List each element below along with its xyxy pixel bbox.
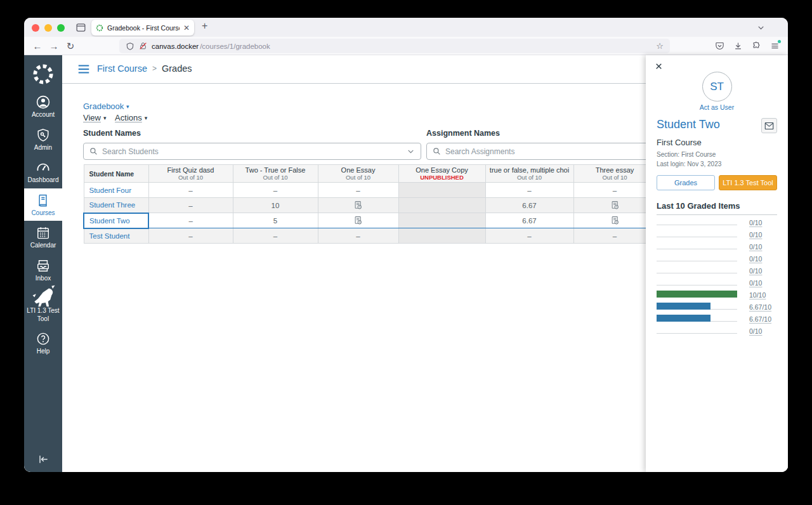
tab-list-chevron-icon[interactable] bbox=[757, 23, 765, 34]
back-button[interactable]: ← bbox=[30, 39, 44, 53]
grade-cell[interactable]: – bbox=[148, 228, 233, 244]
grade-cell[interactable]: – bbox=[233, 228, 318, 244]
view-menu-button[interactable]: View bbox=[83, 113, 101, 122]
window-controls[interactable] bbox=[32, 24, 65, 32]
needs-grading-icon bbox=[610, 216, 620, 225]
bookmark-star-icon[interactable]: ☆ bbox=[656, 41, 664, 51]
student-search-input[interactable] bbox=[102, 147, 402, 156]
grade-cell[interactable]: – bbox=[485, 183, 573, 198]
forward-button[interactable]: → bbox=[47, 39, 61, 53]
chevron-down-icon[interactable] bbox=[407, 147, 415, 155]
column-header-assignment[interactable]: Two - True or FalseOut of 10 bbox=[233, 165, 318, 183]
grade-cell[interactable] bbox=[318, 213, 398, 228]
student-name-link[interactable]: Student Three bbox=[89, 201, 136, 209]
column-header-assignment[interactable]: One EssayOut of 10 bbox=[318, 165, 398, 183]
grade-cell[interactable]: – bbox=[573, 228, 656, 244]
grade-cell[interactable] bbox=[573, 213, 656, 228]
grade-score-link[interactable]: 0/10 bbox=[749, 267, 762, 275]
table-row: Student Four––––– bbox=[84, 183, 656, 198]
column-header-student-name[interactable]: Student Name bbox=[84, 165, 148, 183]
column-header-assignment[interactable]: First Quiz dasdOut of 10 bbox=[148, 165, 233, 183]
gradebook-menu-button[interactable]: Gradebook ▾ bbox=[83, 102, 147, 111]
collapse-nav-icon[interactable] bbox=[24, 453, 62, 466]
graded-item: 0/10 bbox=[657, 251, 777, 263]
grade-score-link[interactable]: 6.67/10 bbox=[749, 303, 771, 311]
grade-cell[interactable] bbox=[398, 183, 485, 198]
message-student-button[interactable] bbox=[761, 118, 777, 133]
grade-cell[interactable]: 5 bbox=[233, 213, 318, 228]
reload-button[interactable]: ↻ bbox=[63, 39, 77, 53]
grade-bar bbox=[657, 291, 737, 298]
grade-cell[interactable] bbox=[398, 228, 485, 244]
grade-score-link[interactable]: 0/10 bbox=[749, 219, 762, 226]
new-tab-button[interactable]: + bbox=[202, 20, 207, 32]
grade-score-link[interactable]: 0/10 bbox=[749, 327, 762, 335]
canvas-logo-icon[interactable] bbox=[30, 61, 56, 88]
sidebar-item-admin[interactable]: Admin bbox=[24, 123, 62, 156]
shield-icon[interactable] bbox=[126, 42, 134, 51]
breadcrumb-course-link[interactable]: First Course bbox=[97, 63, 147, 74]
browser-tab[interactable]: Gradebook - First Course ✕ bbox=[91, 20, 194, 36]
student-name-cell: Student Four bbox=[84, 183, 148, 198]
assignment-search-input[interactable] bbox=[445, 147, 660, 156]
sidebar-item-account[interactable]: Account bbox=[24, 90, 62, 123]
assignment-names-label: Assignment Names bbox=[426, 129, 500, 138]
url-bar[interactable]: canvas.docker/courses/1/gradebook ☆ bbox=[119, 39, 670, 53]
grade-cell[interactable]: – bbox=[318, 183, 398, 198]
column-header-assignment[interactable]: Three essayOut of 10 bbox=[573, 165, 656, 183]
sidebar-item-inbox[interactable]: Inbox bbox=[24, 254, 62, 287]
insecure-lock-icon[interactable] bbox=[139, 42, 147, 50]
grade-cell[interactable]: – bbox=[148, 198, 233, 213]
grade-score-link[interactable]: 6.67/10 bbox=[749, 315, 771, 323]
pocket-icon[interactable] bbox=[714, 39, 725, 52]
close-tray-icon[interactable] bbox=[652, 60, 665, 72]
grade-cell[interactable]: – bbox=[573, 183, 656, 198]
tray-section: Section: First Course bbox=[657, 150, 777, 160]
grade-score-link[interactable]: 0/10 bbox=[749, 255, 762, 263]
tab-title: Gradebook - First Course bbox=[107, 24, 180, 32]
act-as-user-link[interactable]: Act as User bbox=[657, 103, 777, 111]
close-window-button[interactable] bbox=[32, 24, 39, 32]
grade-score-link[interactable]: 0/10 bbox=[749, 243, 762, 251]
grade-cell[interactable]: – bbox=[318, 228, 398, 244]
downloads-icon[interactable] bbox=[732, 39, 743, 52]
grade-cell[interactable] bbox=[318, 198, 398, 213]
grade-cell[interactable]: – bbox=[233, 183, 318, 198]
student-avatar[interactable]: ST bbox=[702, 72, 732, 102]
grade-cell[interactable] bbox=[398, 198, 485, 213]
tab-close-icon[interactable]: ✕ bbox=[183, 23, 190, 32]
minimize-window-button[interactable] bbox=[44, 24, 52, 32]
grade-cell[interactable]: – bbox=[485, 228, 573, 244]
grades-button[interactable]: Grades bbox=[657, 175, 715, 190]
courses-menu-icon[interactable] bbox=[76, 62, 91, 79]
student-name-link[interactable]: Student Two bbox=[89, 217, 130, 225]
sidebar-item-dashboard[interactable]: Dashboard bbox=[24, 155, 62, 188]
grade-cell[interactable] bbox=[398, 213, 485, 228]
grade-cell[interactable] bbox=[573, 198, 656, 213]
tray-student-name-link[interactable]: Student Two bbox=[657, 118, 720, 131]
firefox-view-icon[interactable] bbox=[74, 21, 88, 34]
graded-item: 0/10 bbox=[657, 275, 777, 287]
sidebar-item-calendar[interactable]: Calendar bbox=[24, 221, 62, 254]
sidebar-item-lti[interactable]: LTI 1.3 Test Tool bbox=[24, 286, 62, 327]
extensions-icon[interactable] bbox=[750, 39, 762, 52]
column-header-assignment[interactable]: One Essay CopyUNPUBLISHED bbox=[398, 165, 485, 183]
sidebar-item-courses[interactable]: Courses bbox=[24, 188, 62, 221]
app-menu-icon[interactable] bbox=[769, 39, 780, 52]
sidebar-item-help[interactable]: Help bbox=[24, 327, 62, 360]
student-name-link[interactable]: Test Student bbox=[89, 232, 130, 240]
grade-score-link[interactable]: 10/10 bbox=[749, 291, 766, 299]
lti-test-tool-button[interactable]: LTI 1.3 Test Tool bbox=[719, 175, 777, 190]
column-header-assignment[interactable]: true or false, multiple choiOut of 10 bbox=[485, 165, 573, 183]
grade-cell[interactable]: – bbox=[148, 213, 233, 228]
grade-cell[interactable]: – bbox=[148, 183, 233, 198]
grade-score-link[interactable]: 0/10 bbox=[749, 279, 762, 287]
grade-cell[interactable]: 10 bbox=[233, 198, 318, 213]
zoom-window-button[interactable] bbox=[57, 24, 65, 32]
sidebar-item-label: Help bbox=[37, 348, 50, 356]
grade-cell[interactable]: 6.67 bbox=[485, 198, 573, 213]
grade-score-link[interactable]: 0/10 bbox=[749, 231, 762, 239]
grade-cell[interactable]: 6.67 bbox=[485, 213, 573, 228]
actions-menu-button[interactable]: Actions bbox=[115, 113, 142, 122]
student-name-link[interactable]: Student Four bbox=[89, 187, 131, 194]
